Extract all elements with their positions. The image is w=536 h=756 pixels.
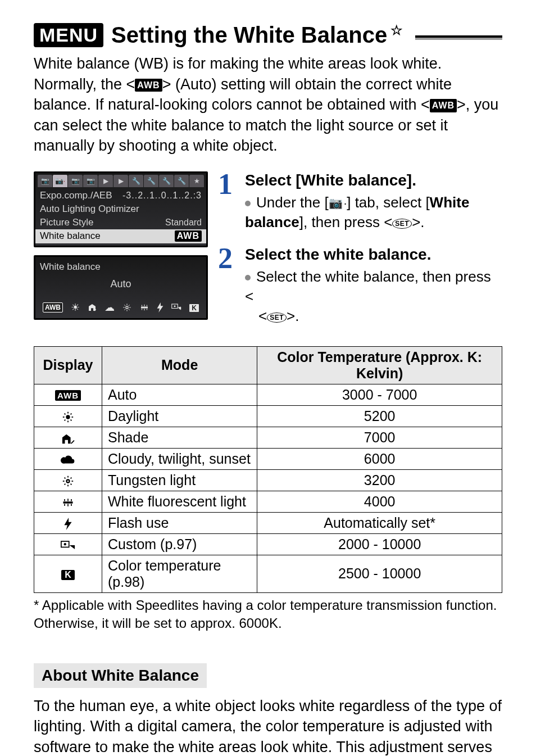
shade-icon	[88, 301, 97, 313]
tab-camera-4: 📷	[83, 175, 98, 187]
menu-row-white-balance-selected: White balance AWB	[35, 229, 206, 243]
awb-icon: AWB	[135, 79, 162, 92]
steps-region: 📷 📷· 📷 📷 ▶ ▶ 🔧 🔧 🔧 🔧 ★ Expo.comp./AEB -	[34, 171, 502, 339]
step-1-text: Under the [📷·] tab, select [White balanc…	[245, 193, 502, 232]
display-cell	[34, 427, 102, 448]
kelvin-icon: K	[61, 570, 75, 580]
menu-label: Picture Style	[40, 217, 93, 228]
menu-value: AWB	[175, 230, 202, 242]
svg-line-37	[65, 483, 66, 485]
flash-icon	[64, 515, 72, 529]
tab-wrench-1: 🔧	[129, 175, 143, 187]
tab-wrench-4: 🔧	[174, 175, 189, 187]
daylight-icon: ☀	[71, 301, 80, 314]
mode-cell: Shade	[102, 427, 257, 448]
step-2-text-b: >.	[287, 307, 299, 324]
svg-line-35	[65, 477, 66, 478]
tab-bar: 📷 📷· 📷 📷 ▶ ▶ 🔧 🔧 🔧 🔧 ★	[35, 173, 206, 189]
temp-cell: Automatically set*	[257, 512, 502, 533]
step-1-text-d: >.	[412, 214, 424, 230]
fluorescent-icon	[61, 494, 75, 508]
fluorescent-icon	[139, 301, 149, 313]
display-cell	[34, 491, 102, 512]
kelvin-icon: K	[189, 301, 199, 313]
menu-row-alo: Auto Lighting Optimizer	[35, 202, 206, 216]
mode-cell: Daylight	[102, 405, 257, 427]
temp-cell: 5200	[257, 405, 502, 427]
awb-icon-selected: AWB	[43, 302, 63, 313]
step-1: 1 Select [White balance]. Under the [📷·]…	[222, 171, 502, 232]
about-heading: About White Balance	[34, 663, 207, 688]
step-2-text: Select the white balance, then press < <…	[245, 267, 502, 326]
display-cell	[34, 469, 102, 491]
svg-point-9	[126, 307, 128, 309]
star-icon: ☆	[390, 22, 403, 38]
svg-line-7	[124, 309, 125, 310]
display-cell	[34, 405, 102, 427]
step-number-2: 2	[218, 246, 233, 326]
tungsten-icon	[122, 301, 131, 313]
awb-icon: AWB	[175, 230, 202, 242]
menu-label: Auto Lighting Optimizer	[40, 203, 139, 215]
screenshots-column: 📷 📷· 📷 📷 ▶ ▶ 🔧 🔧 🔧 🔧 ★ Expo.comp./AEB -	[34, 171, 208, 320]
menu-rows: Expo.comp./AEB -3..2..1..0..1..2.:3 Auto…	[35, 189, 206, 243]
svg-line-8	[128, 305, 129, 306]
menu-value: -3..2..1..0..1..2.:3	[122, 191, 202, 201]
table-header-display: Display	[34, 346, 102, 384]
mode-cell: Tungsten light	[102, 469, 257, 491]
menu-row-expo: Expo.comp./AEB -3..2..1..0..1..2.:3	[35, 189, 206, 202]
display-cell	[34, 448, 102, 469]
table-row: AWB Auto 3000 - 7000	[34, 384, 502, 405]
temp-cell: 3000 - 7000	[257, 384, 502, 405]
camera-tab-icon: 📷·	[329, 196, 347, 211]
steps-text-column: 1 Select [White balance]. Under the [📷·]…	[222, 171, 502, 339]
awb-icon: AWB	[430, 99, 457, 112]
white-balance-table: Display Mode Color Temperature (Approx. …	[34, 346, 502, 593]
step-1-text-b: ] tab, select [	[347, 194, 429, 211]
svg-point-30	[67, 480, 69, 482]
svg-rect-39	[63, 501, 72, 503]
svg-line-27	[71, 413, 72, 414]
table-row: Flash use Automatically set*	[34, 512, 502, 533]
wb-screen-title: White balance	[35, 259, 206, 275]
display-cell: AWB	[34, 384, 102, 405]
cloudy-icon: ☁	[105, 301, 115, 314]
temp-cell: 7000	[257, 427, 502, 448]
menu-screen-2: White balance Auto AWB ☀ ☁	[34, 255, 208, 320]
menu-badge: MENU	[34, 23, 103, 47]
temp-cell: 4000	[257, 491, 502, 512]
svg-line-5	[124, 305, 125, 306]
table-header-mode: Mode	[102, 346, 257, 384]
set-button-icon: SET	[392, 219, 412, 229]
svg-point-47	[64, 543, 66, 545]
custom-icon	[171, 301, 181, 313]
svg-line-26	[65, 419, 66, 420]
heading-rule	[415, 35, 502, 40]
display-cell	[34, 533, 102, 555]
wb-icons-row: AWB ☀ ☁	[35, 299, 206, 316]
bullet-icon	[245, 201, 251, 206]
table-row: K Color temperature (p.98) 2500 - 10000	[34, 555, 502, 592]
temp-cell: 2000 - 10000	[257, 533, 502, 555]
step-number-1: 1	[218, 171, 233, 232]
table-footnote: * Applicable with Speedlites having a co…	[34, 596, 502, 633]
menu-screen-1: 📷 📷· 📷 📷 ▶ ▶ 🔧 🔧 🔧 🔧 ★ Expo.comp./AEB -	[34, 171, 208, 247]
mode-cell: Cloudy, twilight, sunset	[102, 448, 257, 469]
display-cell: K	[34, 555, 102, 592]
svg-line-6	[128, 309, 129, 310]
temp-cell: 3200	[257, 469, 502, 491]
mode-cell: White fluorescent light	[102, 491, 257, 512]
tungsten-icon	[62, 473, 74, 487]
shade-icon	[61, 430, 75, 444]
awb-icon: AWB	[55, 390, 81, 401]
menu-value: Standard	[165, 218, 202, 228]
menu-label: White balance	[40, 230, 101, 242]
table-header-temp: Color Temperature (Approx. K: Kelvin)	[257, 346, 502, 384]
custom-icon	[61, 537, 75, 551]
step-2-title: Select the white balance.	[245, 246, 502, 264]
page: MENU Setting the White Balance☆ White ba…	[0, 0, 536, 756]
svg-rect-10	[141, 307, 148, 309]
tab-wrench-3: 🔧	[159, 175, 174, 187]
table-header-row: Display Mode Color Temperature (Approx. …	[34, 346, 502, 384]
table-row: White fluorescent light 4000	[34, 491, 502, 512]
